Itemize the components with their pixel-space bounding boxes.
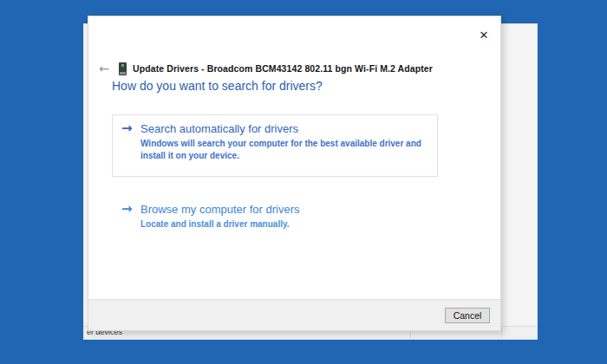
- back-arrow-icon[interactable]: ←: [95, 62, 114, 75]
- option-title: Search automatically for drivers: [140, 121, 428, 136]
- close-icon[interactable]: ✕: [474, 27, 493, 42]
- option-title: Browse my computer for drivers: [140, 202, 428, 217]
- arrow-right-icon: →: [121, 121, 140, 161]
- desktop: { "background_window": { "status_text": …: [0, 0, 607, 364]
- cancel-button[interactable]: Cancel: [445, 308, 490, 323]
- dialog-footer: Cancel: [88, 299, 500, 330]
- dialog-title: Update Drivers - Broadcom BCM43142 802.1…: [133, 63, 433, 74]
- arrow-right-icon: →: [121, 202, 140, 231]
- device-icon: [119, 62, 127, 75]
- update-drivers-dialog: ✕ ← Update Drivers - Broadcom BCM43142 8…: [88, 16, 501, 331]
- dialog-header: ← Update Drivers - Broadcom BCM43142 802…: [88, 60, 500, 77]
- option-description: Windows will search your computer for th…: [140, 138, 428, 161]
- option-browse-computer[interactable]: → Browse my computer for drivers Locate …: [112, 196, 438, 237]
- option-search-automatically[interactable]: → Search automatically for drivers Windo…: [112, 114, 438, 177]
- page-title: How do you want to search for drivers?: [112, 79, 323, 93]
- statusbar-separator: [501, 328, 502, 338]
- option-description: Locate and install a driver manually.: [140, 218, 428, 231]
